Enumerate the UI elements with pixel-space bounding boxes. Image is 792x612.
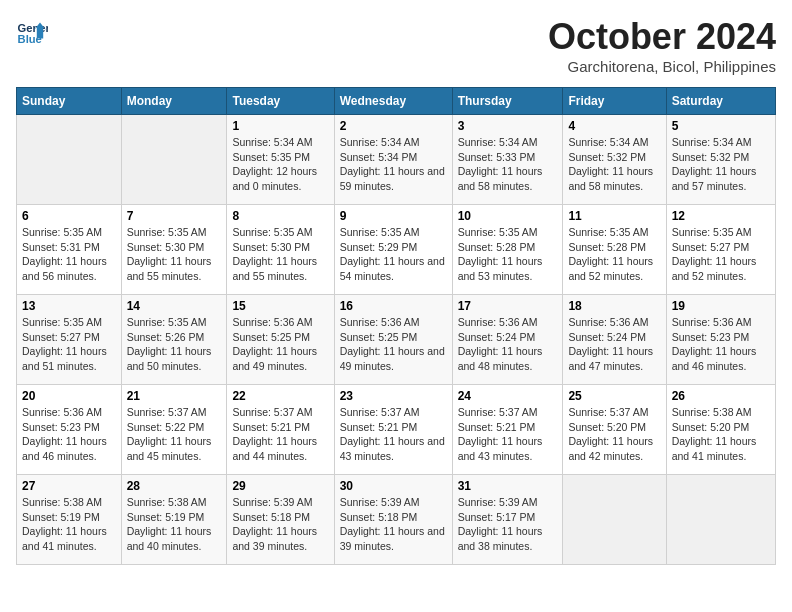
day-info: Sunrise: 5:37 AMSunset: 5:20 PMDaylight:… (568, 405, 660, 464)
day-number: 16 (340, 299, 447, 313)
day-number: 9 (340, 209, 447, 223)
calendar-cell: 23Sunrise: 5:37 AMSunset: 5:21 PMDayligh… (334, 385, 452, 475)
calendar-cell: 21Sunrise: 5:37 AMSunset: 5:22 PMDayligh… (121, 385, 227, 475)
weekday-header-saturday: Saturday (666, 88, 775, 115)
day-number: 11 (568, 209, 660, 223)
calendar-cell: 27Sunrise: 5:38 AMSunset: 5:19 PMDayligh… (17, 475, 122, 565)
day-number: 22 (232, 389, 328, 403)
weekday-header-sunday: Sunday (17, 88, 122, 115)
day-number: 12 (672, 209, 770, 223)
day-info: Sunrise: 5:36 AMSunset: 5:24 PMDaylight:… (568, 315, 660, 374)
day-number: 28 (127, 479, 222, 493)
calendar-week-row: 1Sunrise: 5:34 AMSunset: 5:35 PMDaylight… (17, 115, 776, 205)
calendar-cell: 24Sunrise: 5:37 AMSunset: 5:21 PMDayligh… (452, 385, 563, 475)
calendar-cell: 30Sunrise: 5:39 AMSunset: 5:18 PMDayligh… (334, 475, 452, 565)
calendar-week-row: 13Sunrise: 5:35 AMSunset: 5:27 PMDayligh… (17, 295, 776, 385)
day-number: 15 (232, 299, 328, 313)
day-info: Sunrise: 5:35 AMSunset: 5:30 PMDaylight:… (127, 225, 222, 284)
calendar-cell: 25Sunrise: 5:37 AMSunset: 5:20 PMDayligh… (563, 385, 666, 475)
calendar-cell: 31Sunrise: 5:39 AMSunset: 5:17 PMDayligh… (452, 475, 563, 565)
day-info: Sunrise: 5:35 AMSunset: 5:27 PMDaylight:… (22, 315, 116, 374)
day-info: Sunrise: 5:34 AMSunset: 5:32 PMDaylight:… (568, 135, 660, 194)
day-number: 29 (232, 479, 328, 493)
day-info: Sunrise: 5:35 AMSunset: 5:27 PMDaylight:… (672, 225, 770, 284)
day-number: 3 (458, 119, 558, 133)
day-number: 2 (340, 119, 447, 133)
calendar-cell: 26Sunrise: 5:38 AMSunset: 5:20 PMDayligh… (666, 385, 775, 475)
day-info: Sunrise: 5:35 AMSunset: 5:30 PMDaylight:… (232, 225, 328, 284)
day-number: 20 (22, 389, 116, 403)
day-number: 14 (127, 299, 222, 313)
day-info: Sunrise: 5:34 AMSunset: 5:34 PMDaylight:… (340, 135, 447, 194)
day-number: 31 (458, 479, 558, 493)
day-info: Sunrise: 5:36 AMSunset: 5:25 PMDaylight:… (340, 315, 447, 374)
day-number: 21 (127, 389, 222, 403)
calendar-cell: 19Sunrise: 5:36 AMSunset: 5:23 PMDayligh… (666, 295, 775, 385)
day-number: 26 (672, 389, 770, 403)
weekday-header-row: SundayMondayTuesdayWednesdayThursdayFrid… (17, 88, 776, 115)
calendar-cell: 2Sunrise: 5:34 AMSunset: 5:34 PMDaylight… (334, 115, 452, 205)
day-number: 17 (458, 299, 558, 313)
logo: General Blue (16, 16, 48, 48)
day-info: Sunrise: 5:38 AMSunset: 5:19 PMDaylight:… (127, 495, 222, 554)
calendar-cell (17, 115, 122, 205)
day-info: Sunrise: 5:37 AMSunset: 5:22 PMDaylight:… (127, 405, 222, 464)
calendar-cell: 5Sunrise: 5:34 AMSunset: 5:32 PMDaylight… (666, 115, 775, 205)
title-block: October 2024 Garchitorena, Bicol, Philip… (548, 16, 776, 75)
day-number: 5 (672, 119, 770, 133)
calendar-cell: 20Sunrise: 5:36 AMSunset: 5:23 PMDayligh… (17, 385, 122, 475)
calendar-cell: 4Sunrise: 5:34 AMSunset: 5:32 PMDaylight… (563, 115, 666, 205)
calendar-week-row: 27Sunrise: 5:38 AMSunset: 5:19 PMDayligh… (17, 475, 776, 565)
day-info: Sunrise: 5:39 AMSunset: 5:18 PMDaylight:… (340, 495, 447, 554)
day-number: 6 (22, 209, 116, 223)
calendar-cell: 9Sunrise: 5:35 AMSunset: 5:29 PMDaylight… (334, 205, 452, 295)
day-info: Sunrise: 5:34 AMSunset: 5:35 PMDaylight:… (232, 135, 328, 194)
calendar-cell: 1Sunrise: 5:34 AMSunset: 5:35 PMDaylight… (227, 115, 334, 205)
calendar-cell: 3Sunrise: 5:34 AMSunset: 5:33 PMDaylight… (452, 115, 563, 205)
day-info: Sunrise: 5:37 AMSunset: 5:21 PMDaylight:… (232, 405, 328, 464)
day-number: 30 (340, 479, 447, 493)
calendar-week-row: 6Sunrise: 5:35 AMSunset: 5:31 PMDaylight… (17, 205, 776, 295)
calendar-cell (563, 475, 666, 565)
weekday-header-thursday: Thursday (452, 88, 563, 115)
weekday-header-friday: Friday (563, 88, 666, 115)
day-number: 25 (568, 389, 660, 403)
day-info: Sunrise: 5:38 AMSunset: 5:19 PMDaylight:… (22, 495, 116, 554)
day-info: Sunrise: 5:35 AMSunset: 5:28 PMDaylight:… (568, 225, 660, 284)
calendar-cell (121, 115, 227, 205)
calendar-cell: 16Sunrise: 5:36 AMSunset: 5:25 PMDayligh… (334, 295, 452, 385)
calendar-cell: 8Sunrise: 5:35 AMSunset: 5:30 PMDaylight… (227, 205, 334, 295)
day-number: 4 (568, 119, 660, 133)
calendar-cell: 28Sunrise: 5:38 AMSunset: 5:19 PMDayligh… (121, 475, 227, 565)
day-info: Sunrise: 5:36 AMSunset: 5:23 PMDaylight:… (22, 405, 116, 464)
day-info: Sunrise: 5:34 AMSunset: 5:33 PMDaylight:… (458, 135, 558, 194)
logo-icon: General Blue (16, 16, 48, 48)
calendar-cell: 14Sunrise: 5:35 AMSunset: 5:26 PMDayligh… (121, 295, 227, 385)
weekday-header-monday: Monday (121, 88, 227, 115)
calendar-cell: 11Sunrise: 5:35 AMSunset: 5:28 PMDayligh… (563, 205, 666, 295)
calendar-cell: 17Sunrise: 5:36 AMSunset: 5:24 PMDayligh… (452, 295, 563, 385)
calendar-cell: 22Sunrise: 5:37 AMSunset: 5:21 PMDayligh… (227, 385, 334, 475)
day-info: Sunrise: 5:35 AMSunset: 5:29 PMDaylight:… (340, 225, 447, 284)
day-info: Sunrise: 5:35 AMSunset: 5:26 PMDaylight:… (127, 315, 222, 374)
day-info: Sunrise: 5:36 AMSunset: 5:25 PMDaylight:… (232, 315, 328, 374)
calendar-cell: 29Sunrise: 5:39 AMSunset: 5:18 PMDayligh… (227, 475, 334, 565)
calendar-cell: 15Sunrise: 5:36 AMSunset: 5:25 PMDayligh… (227, 295, 334, 385)
day-info: Sunrise: 5:35 AMSunset: 5:28 PMDaylight:… (458, 225, 558, 284)
day-number: 27 (22, 479, 116, 493)
day-number: 1 (232, 119, 328, 133)
day-info: Sunrise: 5:34 AMSunset: 5:32 PMDaylight:… (672, 135, 770, 194)
day-number: 10 (458, 209, 558, 223)
location-subtitle: Garchitorena, Bicol, Philippines (548, 58, 776, 75)
day-info: Sunrise: 5:38 AMSunset: 5:20 PMDaylight:… (672, 405, 770, 464)
svg-text:General: General (18, 22, 48, 34)
day-info: Sunrise: 5:37 AMSunset: 5:21 PMDaylight:… (458, 405, 558, 464)
day-number: 23 (340, 389, 447, 403)
day-number: 13 (22, 299, 116, 313)
calendar-cell: 12Sunrise: 5:35 AMSunset: 5:27 PMDayligh… (666, 205, 775, 295)
day-info: Sunrise: 5:39 AMSunset: 5:17 PMDaylight:… (458, 495, 558, 554)
day-number: 18 (568, 299, 660, 313)
month-title: October 2024 (548, 16, 776, 58)
page-header: General Blue October 2024 Garchitorena, … (16, 16, 776, 75)
day-number: 7 (127, 209, 222, 223)
